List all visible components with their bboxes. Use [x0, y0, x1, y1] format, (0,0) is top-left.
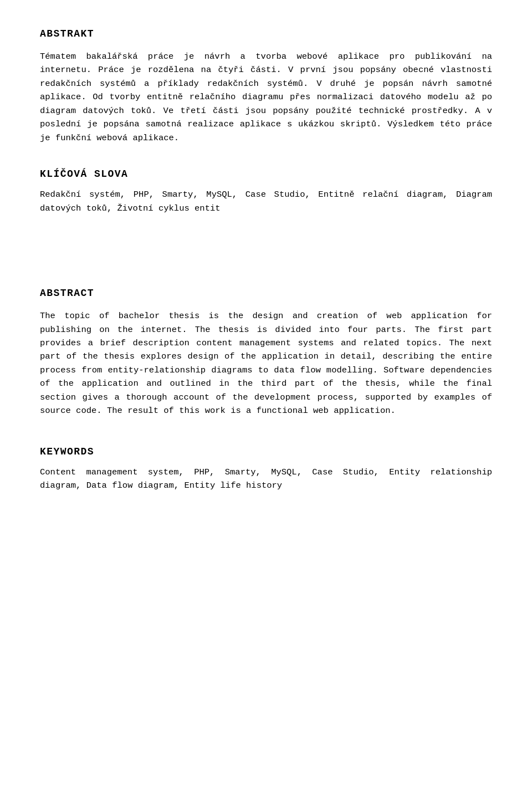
page: ABSTRAKT Tématem bakalářská práce je náv…: [0, 0, 532, 792]
keywords-text: Content management system, PHP, Smarty, …: [40, 466, 492, 493]
klicovaslova-text: Redakční systém, PHP, Smarty, MySQL, Cas…: [40, 188, 492, 215]
klicovaslova-heading: KLÍČOVÁ SLOVA: [40, 167, 492, 182]
spacer: [40, 242, 492, 286]
abstrakt-heading: ABSTRAKT: [40, 27, 492, 42]
abstract-text: The topic of bachelor thesis is the desi…: [40, 309, 492, 418]
klicovaslova-section: KLÍČOVÁ SLOVA Redakční systém, PHP, Smar…: [40, 167, 492, 215]
keywords-section: KEYWORDS Content management system, PHP,…: [40, 444, 492, 493]
abstract-section: ABSTRACT The topic of bachelor thesis is…: [40, 286, 492, 418]
abstrakt-section: ABSTRAKT Tématem bakalářská práce je náv…: [40, 27, 492, 145]
abstrakt-text: Tématem bakalářská práce je návrh a tvor…: [40, 50, 492, 145]
abstract-heading: ABSTRACT: [40, 286, 492, 302]
keywords-heading: KEYWORDS: [40, 444, 492, 460]
